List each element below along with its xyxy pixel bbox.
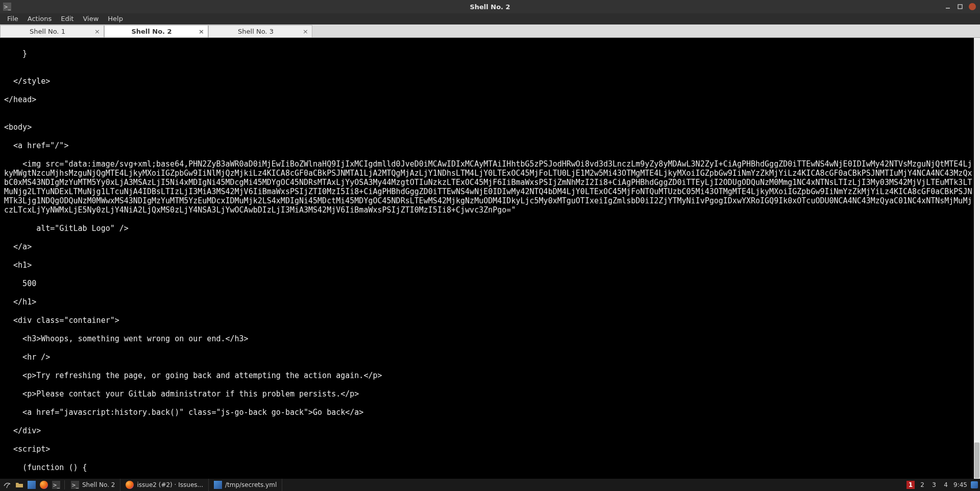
close-icon[interactable]: × [94, 28, 104, 35]
menubar: File Actions Edit View Help [0, 13, 980, 25]
file-manager-icon[interactable] [14, 480, 24, 490]
terminal-line: </style> [4, 77, 976, 86]
task-label: Shell No. 2 [82, 481, 115, 488]
tab-label: Shell No. 1 [1, 28, 94, 35]
workspace-3[interactable]: 3 [930, 481, 938, 489]
workspace-2[interactable]: 2 [918, 481, 926, 489]
clock[interactable]: 9:45 [953, 481, 967, 488]
terminal-icon: >_ [3, 3, 11, 11]
close-icon[interactable]: × [199, 28, 208, 35]
editor-icon[interactable] [27, 480, 37, 490]
terminal-line: <div class="container"> [4, 316, 976, 325]
terminal-line: alt="GitLab Logo" /> [4, 224, 976, 233]
minimize-button[interactable] [944, 3, 951, 10]
task-firefox[interactable]: issue2 (#2) · Issues... [122, 479, 209, 491]
firefox-icon[interactable] [39, 480, 49, 490]
close-icon[interactable]: × [303, 28, 312, 35]
menu-view[interactable]: View [79, 15, 103, 22]
terminal-line: </div> [4, 426, 976, 435]
terminal-line: <p>Please contact your GitLab administra… [4, 389, 976, 399]
show-desktop-icon[interactable] [971, 481, 978, 488]
workspace-1[interactable]: 1 [906, 481, 915, 489]
terminal-line: <p>Try refreshing the page, or going bac… [4, 371, 976, 380]
svg-rect-0 [958, 5, 962, 9]
terminal-line: <script> [4, 445, 976, 454]
scrollbar-track[interactable] [974, 38, 980, 479]
terminal-line: 500 [4, 279, 976, 288]
close-button[interactable] [969, 3, 976, 10]
window-titlebar: >_ Shell No. 2 [0, 0, 980, 13]
tab-shell-2[interactable]: Shell No. 2 × [104, 25, 208, 37]
taskbar: >_ >_ Shell No. 2 issue2 (#2) · Issues..… [0, 479, 980, 491]
tab-label: Shell No. 2 [105, 28, 199, 35]
terminal-line: </a> [4, 242, 976, 251]
terminal-line: <img src="data:image/svg+xml;base64,PHN2… [4, 159, 976, 215]
terminal-line: } [4, 49, 976, 58]
terminal-line: <a href="javascript:history.back()" clas… [4, 408, 976, 417]
terminal-viewport[interactable]: } </style> </head> <body> <a href="/"> <… [0, 38, 980, 479]
menu-edit[interactable]: Edit [57, 15, 78, 22]
tab-shell-1[interactable]: Shell No. 1 × [0, 25, 104, 37]
window-title: Shell No. 2 [470, 3, 510, 11]
terminal-line: </h1> [4, 297, 976, 307]
firefox-icon [126, 481, 134, 489]
taskbar-left: >_ >_ Shell No. 2 issue2 (#2) · Issues..… [0, 479, 282, 491]
terminal-line: <h1> [4, 261, 976, 270]
workspace-4[interactable]: 4 [942, 481, 950, 489]
task-label: /tmp/secrets.yml [225, 481, 277, 488]
terminal-line: <h3>Whoops, something went wrong on our … [4, 334, 976, 343]
task-shell[interactable]: >_ Shell No. 2 [68, 479, 120, 491]
tab-strip: Shell No. 1 × Shell No. 2 × Shell No. 3 … [0, 25, 980, 38]
editor-icon [214, 481, 222, 489]
terminal-launcher-icon[interactable]: >_ [51, 480, 61, 490]
terminal-line: <a href="/"> [4, 141, 976, 150]
kali-menu-icon[interactable] [2, 480, 12, 490]
tab-label: Shell No. 3 [209, 28, 303, 35]
menu-file[interactable]: File [3, 15, 22, 22]
task-editor[interactable]: /tmp/secrets.yml [211, 479, 282, 491]
menu-help[interactable]: Help [104, 15, 127, 22]
separator [64, 480, 65, 489]
tab-shell-3[interactable]: Shell No. 3 × [208, 25, 312, 37]
terminal-line: <hr /> [4, 353, 976, 362]
task-label: issue2 (#2) · Issues... [137, 481, 203, 488]
maximize-button[interactable] [957, 3, 964, 10]
terminal-icon: >_ [71, 481, 79, 489]
menu-actions[interactable]: Actions [23, 15, 56, 22]
terminal-line: </head> [4, 95, 976, 104]
taskbar-right: 1 2 3 4 9:45 [906, 481, 980, 489]
terminal-line: <body> [4, 123, 976, 132]
window-controls [944, 3, 980, 10]
terminal-line: (function () { [4, 463, 976, 472]
scrollbar-thumb[interactable] [974, 442, 979, 478]
